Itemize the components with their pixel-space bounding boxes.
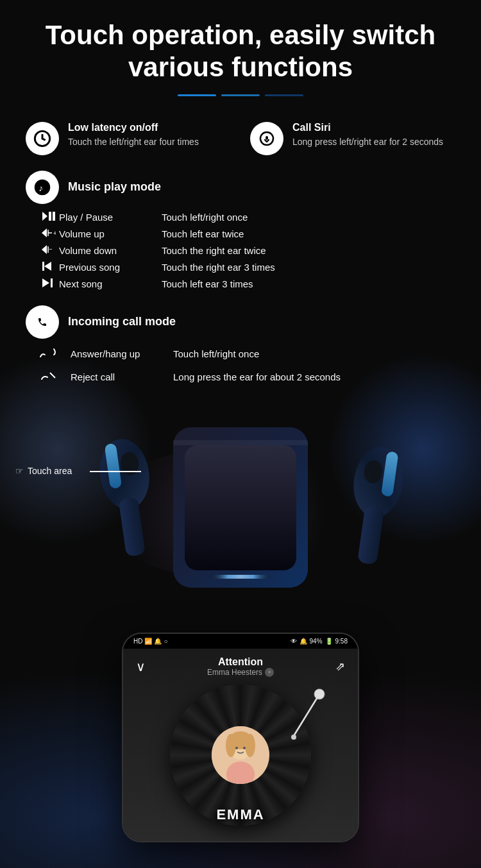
svg-point-39 bbox=[226, 734, 236, 757]
low-latency-feature: Low latency on/off Touch the left/right … bbox=[26, 122, 231, 155]
player-top-bar: ∨ Attention Emma Heesters + ⇗ bbox=[123, 649, 358, 685]
person-svg bbox=[212, 726, 269, 784]
next-song-icon bbox=[38, 278, 59, 290]
player-vinyl-container: EMMA bbox=[123, 685, 358, 838]
svg-point-42 bbox=[235, 747, 238, 749]
svg-rect-32 bbox=[173, 440, 308, 445]
top-features: Low latency on/off Touch the left/right … bbox=[26, 122, 455, 155]
music-section: ♪ Music play mode Play / Pause bbox=[26, 171, 455, 290]
mic-icon bbox=[250, 122, 283, 155]
answer-hangup-icons bbox=[38, 346, 71, 362]
svg-point-40 bbox=[245, 734, 255, 757]
volume-up-icon: + bbox=[38, 228, 59, 240]
page-title: Touch operation, easily switch various f… bbox=[26, 19, 455, 84]
low-latency-text: Low latency on/off Touch the left/right … bbox=[68, 122, 199, 149]
phone-icon bbox=[26, 305, 59, 339]
phone-status-left: HD 📶 🔔 ○ bbox=[133, 638, 168, 645]
player-artist: Emma Heesters + bbox=[207, 668, 274, 677]
player-song-info: Attention Emma Heesters + bbox=[207, 656, 274, 677]
next-song-row: Next song Touch left ear 3 times bbox=[38, 278, 455, 290]
phone-status-right: 👁 🔔 94% 🔋 9:58 bbox=[291, 638, 348, 645]
reject-call-row: Reject call Long press the ear for about… bbox=[38, 370, 455, 385]
call-section: Incoming call mode Answer/hang up Touch … bbox=[26, 305, 455, 385]
svg-marker-12 bbox=[42, 245, 47, 254]
svg-point-43 bbox=[243, 747, 246, 749]
earbuds-section: ☞ Touch area bbox=[0, 414, 481, 633]
album-art bbox=[212, 726, 269, 784]
answer-hangup-row: Answer/hang up Touch left/right once bbox=[38, 346, 455, 362]
svg-rect-23 bbox=[119, 497, 146, 556]
call-section-header: Incoming call mode bbox=[26, 305, 455, 339]
svg-rect-6 bbox=[49, 212, 51, 221]
phone-screen: ∨ Attention Emma Heesters + ⇗ bbox=[123, 649, 358, 841]
phone-status-bar: HD 📶 🔔 ○ 👁 🔔 94% 🔋 9:58 bbox=[123, 634, 358, 649]
music-icon: ♪ bbox=[26, 171, 59, 204]
svg-text:−: − bbox=[49, 246, 53, 253]
music-section-header: ♪ Music play mode bbox=[26, 171, 455, 204]
call-siri-feature: Call Siri Long press left/right ear for … bbox=[250, 122, 455, 155]
music-controls: Play / Pause Touch left/right once + Vol… bbox=[26, 212, 455, 290]
volume-up-row: + Volume up Touch left ear twice bbox=[38, 228, 455, 240]
svg-marker-8 bbox=[42, 228, 47, 237]
header-decoration bbox=[26, 94, 455, 96]
svg-text:♪: ♪ bbox=[38, 183, 43, 193]
svg-point-35 bbox=[291, 735, 296, 740]
phone-section: HD 📶 🔔 ○ 👁 🔔 94% 🔋 9:58 ∨ bbox=[0, 633, 481, 842]
needle-svg bbox=[268, 685, 332, 749]
svg-rect-18 bbox=[51, 278, 53, 287]
touch-area-line bbox=[90, 471, 141, 472]
svg-marker-17 bbox=[42, 278, 49, 287]
svg-rect-15 bbox=[42, 262, 44, 271]
phone-mockup: HD 📶 🔔 ○ 👁 🔔 94% 🔋 9:58 ∨ bbox=[122, 633, 359, 842]
volume-down-icon: − bbox=[38, 245, 59, 257]
call-siri-text: Call Siri Long press left/right ear for … bbox=[292, 122, 443, 149]
svg-marker-5 bbox=[42, 212, 47, 221]
reject-call-icon bbox=[38, 370, 71, 385]
svg-line-34 bbox=[294, 694, 319, 736]
clock-icon bbox=[26, 122, 59, 155]
header: Touch operation, easily switch various f… bbox=[0, 0, 481, 109]
emma-label: EMMA bbox=[216, 806, 264, 823]
svg-rect-30 bbox=[185, 445, 296, 570]
earbuds-svg bbox=[0, 414, 481, 620]
player-back-button[interactable]: ∨ bbox=[136, 659, 146, 674]
prev-song-row: Previous song Touch the right ear 3 time… bbox=[38, 262, 455, 273]
svg-point-19 bbox=[33, 313, 51, 331]
svg-rect-31 bbox=[208, 575, 273, 579]
prev-song-icon bbox=[38, 262, 59, 273]
svg-rect-27 bbox=[357, 505, 384, 565]
svg-text:+: + bbox=[53, 230, 56, 237]
touch-area-label: ☞ Touch area bbox=[15, 466, 72, 476]
hand-icon: ☞ bbox=[15, 466, 24, 476]
volume-down-row: − Volume down Touch the right ear twice bbox=[38, 245, 455, 257]
svg-marker-16 bbox=[44, 262, 51, 271]
play-pause-row: Play / Pause Touch left/right once bbox=[38, 212, 455, 223]
play-pause-icon bbox=[38, 212, 59, 223]
svg-line-20 bbox=[50, 373, 55, 378]
call-controls: Answer/hang up Touch left/right once Rej… bbox=[26, 346, 455, 385]
features-section: Low latency on/off Touch the left/right … bbox=[0, 109, 481, 408]
player-share-button[interactable]: ⇗ bbox=[335, 660, 345, 674]
svg-rect-7 bbox=[53, 212, 55, 221]
